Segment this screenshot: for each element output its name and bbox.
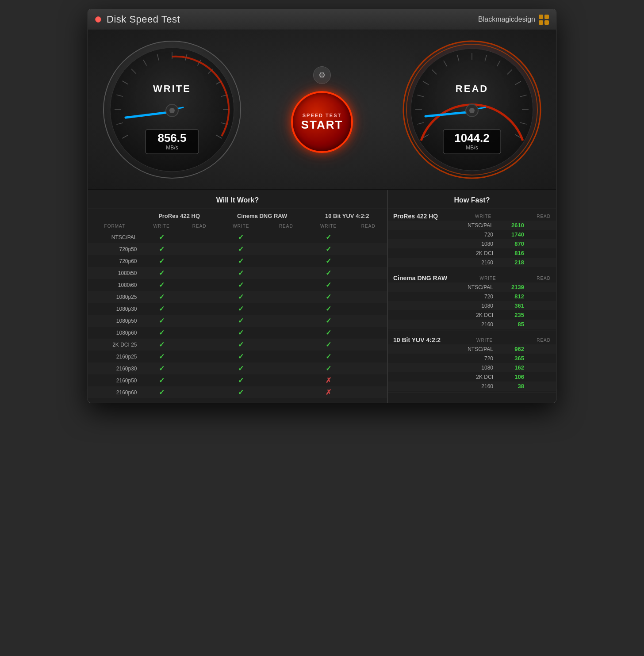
write-value: 162 (493, 364, 524, 371)
yuv-read-cell (349, 374, 387, 386)
format-label: 2160 (393, 259, 493, 266)
list-item: 2160 218 (388, 258, 556, 267)
format-cell: 2160p60 (88, 386, 142, 398)
yuv-write-cell: ✓ (307, 362, 350, 374)
list-item: 720 365 (388, 354, 556, 363)
how-fast-content: ProRes 422 HQ WRITE READ NTSC/PAL 2610 7… (388, 209, 556, 393)
format-label: 720 (393, 355, 493, 362)
close-button[interactable] (95, 16, 101, 23)
prores-read-cell (182, 315, 217, 327)
write-value: 816 (493, 250, 524, 256)
cdng-read-cell (265, 231, 307, 243)
prores-write-cell: ✓ (142, 339, 182, 351)
table-row: 1080i50 ✓ ✓ ✓ (88, 267, 387, 279)
yuv-write-cell: ✓ (307, 339, 350, 351)
list-item: 2K DCI 816 (388, 248, 556, 258)
table-row: 720p60 ✓ ✓ ✓ (88, 255, 387, 267)
format-label: 1080 (393, 365, 493, 371)
cdng-write-cell: ✓ (217, 231, 265, 243)
yuv-write-cell: ✓ (307, 303, 350, 315)
list-item: NTSC/PAL 2610 (388, 221, 556, 230)
format-label: NTSC/PAL (393, 346, 493, 352)
yuv-write-cell: ✓ (307, 351, 350, 362)
cdng-read-cell (265, 255, 307, 267)
cdng-read-cell (265, 386, 307, 398)
cdng-write-cell: ✓ (217, 267, 265, 279)
write-value: 870 (493, 240, 524, 247)
will-it-work-body: NTSC/PAL ✓ ✓ ✓ 720p50 ✓ ✓ ✓ 720p60 ✓ ✓ ✓… (88, 231, 387, 398)
prores-write-cell: ✓ (142, 351, 182, 362)
format-cell: 2K DCI 25 (88, 339, 142, 351)
prores-read-cell (182, 351, 217, 362)
yuv-read-header: READ (349, 223, 387, 231)
yuv-write-cell: ✓ (307, 327, 350, 339)
write-value: 2139 (493, 284, 524, 290)
svg-text:WRITE: WRITE (153, 83, 191, 94)
prores-write-cell: ✓ (142, 315, 182, 327)
table-row: 1080p60 ✓ ✓ ✓ (88, 327, 387, 339)
prores-write-cell: ✓ (142, 362, 182, 374)
how-fast-group-header: ProRes 422 HQ WRITE READ (388, 209, 556, 221)
prores-read-cell (182, 339, 217, 351)
how-fast-group: Cinema DNG RAW WRITE READ NTSC/PAL 2139 … (388, 271, 556, 331)
prores-write-cell: ✓ (142, 267, 182, 279)
table-row: NTSC/PAL ✓ ✓ ✓ (88, 231, 387, 243)
app-window: Disk Speed Test Blackmagicdesign (88, 9, 556, 403)
svg-point-50 (469, 108, 475, 113)
format-label: NTSC/PAL (393, 284, 493, 290)
prores-read-cell (182, 362, 217, 374)
start-button[interactable]: SPEED TEST START (291, 91, 353, 153)
format-cell: 1080i50 (88, 267, 142, 279)
list-item: 2K DCI 106 (388, 372, 556, 381)
format-col-header (88, 209, 142, 223)
cdng-write-cell: ✓ (217, 327, 265, 339)
write-value: 235 (493, 312, 524, 318)
write-value: 962 (493, 346, 524, 352)
format-cell: 1080p30 (88, 303, 142, 315)
cdng-write-cell: ✓ (217, 279, 265, 291)
cdng-write-cell: ✓ (217, 362, 265, 374)
cdng-read-cell (265, 279, 307, 291)
format-cell: 1080p25 (88, 291, 142, 303)
list-item: 1080 870 (388, 239, 556, 248)
prores-header: ProRes 422 HQ (142, 209, 217, 223)
cdng-write-header: WRITE (217, 223, 265, 231)
read-col-header: READ (529, 214, 551, 219)
yuv-read-cell (349, 339, 387, 351)
prores-read-cell (182, 279, 217, 291)
cdng-read-cell (265, 315, 307, 327)
cdng-read-cell (265, 327, 307, 339)
cdng-read-cell (265, 374, 307, 386)
svg-text:MB/s: MB/s (166, 145, 178, 151)
format-label: 2K DCI (393, 374, 493, 380)
svg-text:MB/s: MB/s (466, 145, 478, 151)
format-label: 720 (393, 232, 493, 238)
cdng-read-cell (265, 303, 307, 315)
format-cell: 1080p50 (88, 315, 142, 327)
prores-write-cell: ✓ (142, 374, 182, 386)
yuv-read-cell (349, 291, 387, 303)
cdng-write-cell: ✓ (217, 315, 265, 327)
format-label: 720 (393, 294, 493, 300)
write-value: 1740 (493, 231, 524, 238)
list-item: 1080 162 (388, 363, 556, 372)
list-item: 720 1740 (388, 230, 556, 239)
table-row: 1080p50 ✓ ✓ ✓ (88, 315, 387, 327)
table-row: 1080i60 ✓ ✓ ✓ (88, 279, 387, 291)
write-value: 38 (493, 383, 524, 389)
how-fast-group-header: 10 Bit YUV 4:2:2 WRITE READ (388, 333, 556, 344)
format-cell: NTSC/PAL (88, 231, 142, 243)
brand-text: Blackmagicdesign (478, 15, 535, 23)
yuv-write-cell: ✓ (307, 231, 350, 243)
gear-button[interactable]: ⚙ (313, 66, 331, 84)
prores-write-cell: ✓ (142, 255, 182, 267)
prores-read-cell (182, 267, 217, 279)
center-controls: ⚙ SPEED TEST START (291, 66, 353, 153)
how-fast-group-name: ProRes 422 HQ (393, 213, 438, 220)
write-col-header: WRITE (475, 214, 491, 219)
prores-read-cell (182, 303, 217, 315)
how-fast-group-name: 10 Bit YUV 4:2:2 (393, 336, 441, 343)
write-value: 2610 (493, 222, 524, 229)
yuv-read-cell (349, 315, 387, 327)
yuv-header: 10 Bit YUV 4:2:2 (307, 209, 387, 223)
